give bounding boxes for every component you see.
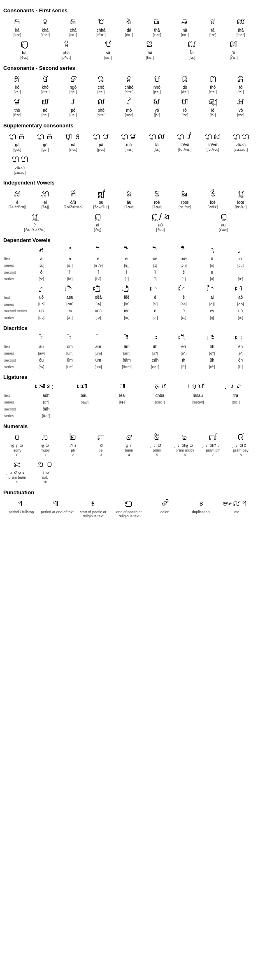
list-item: [aʰ] bbox=[141, 350, 170, 357]
list-item: ឌhâ[hɑː] bbox=[129, 38, 171, 60]
punctuation-grid: ។period / fullstop ៕period at end of tex… bbox=[3, 497, 255, 519]
dep-header-b4: ៀ bbox=[112, 284, 141, 294]
dep-header-b3: ឿ bbox=[84, 284, 112, 294]
independent-vowels-title: Independent Vowels bbox=[3, 180, 255, 186]
list-item: ī bbox=[84, 269, 112, 276]
dep-vowels-block2: ួ ើ ឿ ៀ េ ែ ៃ ោ first uô aeu oëâ iëë é ê… bbox=[3, 284, 255, 321]
dep-header-3: ិ bbox=[84, 245, 112, 255]
list-item: [eʰ] bbox=[226, 350, 255, 357]
list-item: ៣បីbei3 bbox=[87, 431, 115, 458]
list-item: bau bbox=[65, 392, 103, 399]
list-item: ឋsâ[sɑː] bbox=[87, 38, 129, 60]
lig-h4: ច្បា bbox=[141, 382, 179, 392]
list-item: ពthô[tʰɔː] bbox=[199, 73, 227, 95]
diac-empty bbox=[3, 333, 27, 343]
list-item: ហ្នnâ[nɑː] bbox=[59, 130, 87, 153]
list-item: [6aw] bbox=[65, 399, 103, 406]
list-item: [ðɑm] bbox=[112, 364, 141, 370]
list-item: o bbox=[226, 256, 255, 262]
lig-label-first: first bbox=[3, 392, 27, 399]
list-item: [uː] bbox=[226, 276, 255, 282]
list-item: aô bbox=[226, 294, 255, 301]
diac-label-second: second bbox=[3, 357, 27, 364]
list-item: [o] bbox=[198, 263, 226, 269]
list-item: [ûəʰ] bbox=[27, 413, 65, 419]
list-item: ei bbox=[112, 256, 141, 262]
list-item: ហ្គgô[gɔː] bbox=[31, 130, 59, 153]
supplementary-section: Supplementary consonants ហ្គgâ[gɑː] ហ្គg… bbox=[3, 122, 255, 176]
list-item bbox=[141, 406, 179, 413]
list-item: [um] bbox=[84, 350, 112, 357]
list-item: ôâh bbox=[27, 406, 65, 413]
list-item: oëâ bbox=[84, 294, 112, 301]
lig-h6: ត្រ bbox=[217, 382, 255, 392]
diac-label-series2: series bbox=[3, 364, 27, 370]
list-item: ī bbox=[56, 269, 84, 276]
list-item: ôh bbox=[198, 344, 226, 350]
list-item bbox=[65, 413, 103, 419]
list-item: ១មួយmuôy1 bbox=[31, 431, 59, 458]
list-item: iëë bbox=[112, 294, 141, 301]
list-item: ជtâ[tɑː] bbox=[199, 15, 227, 38]
list-item: [ɑː] bbox=[56, 263, 84, 269]
list-item: [uɔ] bbox=[27, 315, 56, 321]
list-item: [ɑj] bbox=[198, 301, 226, 307]
list-item: ឧâu[ʔɑw] bbox=[115, 187, 143, 210]
list-item: ឦou[ʔɑw/ʔuː] bbox=[87, 187, 115, 210]
list-item: oœ bbox=[170, 256, 198, 262]
list-item: កkâ[kɑː] bbox=[3, 15, 31, 38]
list-item: ឰau[ʔaw] bbox=[192, 210, 255, 233]
list-item: [ɑː] bbox=[27, 263, 56, 269]
list-item bbox=[226, 269, 255, 276]
dep-header-b5: េ bbox=[141, 284, 170, 294]
list-item: ផdô[dɔː] bbox=[171, 73, 199, 95]
list-item: ĭ bbox=[141, 269, 170, 276]
dependent-vowels-title: Dependent Vowels bbox=[3, 237, 255, 243]
list-item: [iɑ] bbox=[112, 315, 141, 321]
supplementary-last: ហ្ហzâ/zâ[zɑ/zɑ] bbox=[3, 153, 255, 175]
list-item: [ɔ] bbox=[141, 263, 170, 269]
consonants-first-row2: ញbâ[6ɑː] ដphâ[pʰɑː] ឋsâ[sɑː] ឌhâ[hɑː] ឍl… bbox=[3, 38, 255, 60]
list-item: ô bbox=[198, 256, 226, 262]
diac-h4: ាំ bbox=[112, 333, 141, 343]
list-item: [əː] bbox=[56, 315, 84, 321]
list-item: [iə] bbox=[84, 315, 112, 321]
list-item: om bbox=[56, 344, 84, 350]
dep-label-series2: series bbox=[3, 276, 27, 282]
lig-h5: ម្សៅ bbox=[179, 382, 217, 392]
list-item: ai bbox=[198, 294, 226, 301]
diac-h2: ំ bbox=[56, 333, 84, 343]
list-item: ឭai[ʔɑj] bbox=[66, 210, 129, 233]
list-item: ៗend of poetic or religious text bbox=[111, 497, 147, 519]
list-item: ឫloœ[lɑː/luː] bbox=[227, 187, 255, 210]
dep-b-label-series2: series bbox=[3, 315, 27, 321]
lig-h1: អោន: bbox=[27, 382, 65, 392]
diac-h6: ើះ bbox=[170, 333, 198, 343]
list-item: ឬê[ʔæː/ʔeː/?eː] bbox=[3, 210, 66, 233]
list-item: aeu bbox=[56, 294, 84, 301]
list-item: [ɔːi] bbox=[170, 263, 198, 269]
list-item: ឈthâ[tʰɑː] bbox=[227, 15, 255, 38]
dep-header-6: ឺ bbox=[170, 245, 198, 255]
list-item: លphô[pʰɔː] bbox=[87, 95, 115, 118]
supplementary-row1: ហ្គgâ[gɑː] ហ្គgô[gɔː] ហ្នnâ[nɑː] ហ្បpâ[p… bbox=[3, 130, 255, 153]
dep-header-empty bbox=[3, 245, 27, 255]
list-item: ᪬colon bbox=[147, 497, 183, 519]
list-item: [iə] bbox=[84, 301, 112, 307]
list-item bbox=[217, 406, 255, 413]
list-item: ១០ដប់dáb10 bbox=[31, 458, 59, 485]
list-item bbox=[65, 406, 103, 413]
list-item bbox=[141, 413, 179, 419]
list-item: [um] bbox=[56, 364, 84, 370]
list-item: ២ពីរpīr2 bbox=[59, 431, 87, 458]
list-item: um bbox=[84, 357, 112, 364]
list-item: រpô[6ɔː] bbox=[59, 95, 87, 118]
list-item: [aw] bbox=[27, 350, 56, 357]
list-item: យnô[nɔː] bbox=[31, 95, 59, 118]
list-item: eu bbox=[56, 308, 84, 314]
list-item: [uʰ] bbox=[198, 364, 226, 370]
list-item: ô bbox=[27, 269, 56, 276]
list-item: ហ្បpâ[pɑː] bbox=[87, 130, 115, 153]
list-item: ឪloë[lɑ/luː] bbox=[199, 187, 227, 210]
dependent-vowels-grid: អ ា ិ ី ឹ ឺ ុ ូ first â a ë ei oë oœ ô o… bbox=[3, 245, 255, 282]
